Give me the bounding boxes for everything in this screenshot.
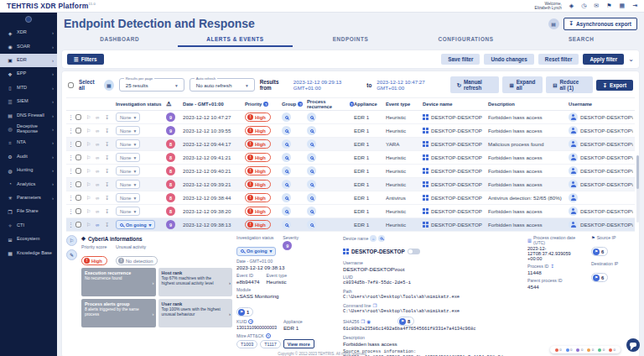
cyberia-cell-host-rank[interactable]: Host rankTop 67% machines with the highe… [158,268,233,296]
export-button[interactable]: ↧Export [596,80,633,91]
sidebar-item-ecosystem[interactable]: ⊞Ecosystem [0,233,57,246]
device-icon-button[interactable]: ⌂ [370,235,377,242]
device-search-button[interactable] [378,235,385,242]
copy-icon[interactable]: ❐ [361,319,365,324]
group-search-button[interactable] [282,180,291,189]
help-icon[interactable]: ? [266,333,271,338]
row-checkbox[interactable] [75,154,81,160]
vertical-scrollbar[interactable] [636,155,639,222]
xdr-logo-icon[interactable]: ◈ [569,3,574,9]
sidebar-avatar[interactable] [25,16,32,23]
sidebar-item-dns-firewall[interactable]: ▤DNS Firewall› [0,108,57,122]
investigation-status-dropdown[interactable]: None▾ [116,126,140,135]
row-checkbox[interactable] [75,208,81,214]
bookmark-icon[interactable]: ⚐ [86,195,96,201]
view-more-button[interactable]: View more [283,339,314,348]
col-device-name[interactable]: Device name [423,102,488,107]
apply-filter-button[interactable]: Apply filter [583,54,624,65]
process-recurrence-search-button[interactable] [307,113,316,122]
row-checkbox[interactable] [75,128,81,134]
undo-changes-button[interactable]: Undo changes [484,54,533,65]
tag-icon[interactable]: ∞ [96,182,105,187]
table-row[interactable]: ⋮⚐∞↧None▾82023-12-12 09:38:44!HighEDR 1A… [66,191,635,205]
kebab-menu-icon[interactable]: ⋮ [68,181,75,188]
col-priority[interactable]: Priority? [245,102,282,107]
save-filter-button[interactable]: Save filter [441,54,480,65]
group-search-button[interactable] [282,113,291,122]
tag-icon[interactable]: ∞ [96,222,105,228]
download-icon[interactable]: ↧ [550,264,554,269]
bookmark-icon[interactable]: ⚐ [86,141,96,147]
investigation-status-dropdown[interactable]: None▾ [116,139,140,149]
row-checkbox[interactable] [75,114,81,120]
print-icon[interactable]: ↧ [105,208,116,214]
print-icon[interactable]: ↧ [105,154,116,160]
investigation-status-dropdown[interactable]: None▾ [116,113,140,122]
group-search-button[interactable] [282,207,291,216]
col-investigation-status[interactable]: Investigation status [116,102,166,107]
tab-search[interactable]: SEARCH [523,34,639,47]
select-all-checkbox[interactable] [68,82,74,88]
tag-icon[interactable]: ∞ [96,115,105,120]
sidebar-item-cti[interactable]: ✧CTI [0,218,57,232]
sidebar-item-siem[interactable]: ☰SIEM› [0,95,57,108]
process-recurrence-search-button[interactable] [307,139,316,149]
process-recurrence-search-button[interactable] [307,153,316,162]
isolation-toggle[interactable] [408,249,420,254]
row-checkbox[interactable] [75,141,81,147]
col-username[interactable]: Username [569,102,633,107]
print-icon[interactable]: ↧ [105,114,116,120]
expand-all-button[interactable]: ⊞Expand all [502,76,543,93]
tag-icon[interactable]: ∞ [96,155,105,160]
bookmark-icon[interactable]: ⚐ [86,222,96,228]
group-search-button[interactable] [282,139,291,149]
bookmark-icon[interactable]: ⚐ [86,168,96,174]
table-row[interactable]: ⋮⚐∞↧None▾82023-12-12 09:38:20!HighEDR 1H… [66,205,635,218]
print-icon[interactable]: ↧ [105,168,116,174]
sha-tag-counter[interactable]: ⚑8 [397,317,414,326]
tab-endpoints[interactable]: ENDPOINTS [293,34,408,47]
group-search-button[interactable] [282,126,291,135]
table-row[interactable]: ⋮⚐∞↧None▾82023-12-12 09:39:21!HighEDR 1H… [66,178,635,191]
row-checkbox[interactable] [75,181,81,187]
investigation-status-dropdown[interactable]: None▾ [116,193,140,202]
table-row[interactable]: ⋮⚐∞↧None▾92023-12-12 10:47:27!HighEDR 1H… [66,111,635,124]
tags-icon[interactable]: ⚑ [606,3,611,9]
kebab-menu-icon[interactable]: ⋮ [68,208,75,215]
kebab-menu-icon[interactable]: ⋮ [68,141,75,148]
destination-ip-counter[interactable]: ⚑6 [591,273,608,282]
table-row[interactable]: ⋮⚐∞↧None▾82023-12-12 09:41:21!HighEDR 1H… [66,151,635,165]
info-icon[interactable]: ? [263,102,268,107]
sidebar-item-knowledge-base[interactable]: ▦Knowledge Base [0,246,57,259]
print-icon[interactable]: ↧ [105,222,116,228]
kebab-menu-icon[interactable]: ⋮ [68,195,75,202]
copy-icon[interactable]: ❐ [372,303,377,308]
clock-icon[interactable]: ◷ [581,3,586,9]
filters-button[interactable]: ☰Filters [67,54,104,65]
tag-icon[interactable]: ∞ [96,196,105,201]
tab-configurations[interactable]: CONFIGURATIONS [408,34,524,47]
investigation-status-dropdown[interactable]: None▾ [116,166,140,175]
table-row[interactable]: ⋮⚐∞↧None▾82023-12-12 09:40:21!HighEDR 1H… [66,165,635,178]
col-date[interactable]: Date - GMT+01:00 [183,102,245,107]
print-icon[interactable]: ↧ [105,195,116,201]
sidebar-item-nta[interactable]: ⌗NTA› [0,136,57,149]
cyberia-cell-process-alerts-group[interactable]: Process alerts group8 alerts triggered b… [81,299,156,327]
sidebar-item-soar[interactable]: ◉SOAR› [0,39,57,53]
chat-button[interactable] [626,338,640,352]
kebab-menu-icon[interactable]: ⋮ [68,114,75,121]
investigation-status-dropdown[interactable]: None▾ [116,207,140,216]
sidebar-item-audit[interactable]: ⚙Audit› [0,150,57,164]
cyberia-cell-execution-recurrence[interactable]: Execution recurrenceNo recurrence found› [81,268,156,296]
sidebar-item-analytics[interactable]: ◔Analytics› [0,177,57,191]
row-checkbox[interactable] [75,222,81,228]
collapse-filters-icon[interactable]: ⌄ [628,55,634,63]
sidebar-item-file-share[interactable]: ❐File Share [0,205,57,218]
tag-icon[interactable]: ∞ [96,142,105,147]
col-process-recurrence[interactable]: Process recurrence? [307,99,354,109]
reset-filter-button[interactable]: Reset filter [538,54,579,65]
tag-icon[interactable]: ∞ [96,169,105,174]
process-recurrence-search-button[interactable] [307,220,316,229]
source-ip-counter[interactable]: ⚑6 [591,247,608,256]
table-row[interactable]: ⋮⚐∞↧On going▾92023-12-12 09:38:13!HighED… [66,218,635,232]
